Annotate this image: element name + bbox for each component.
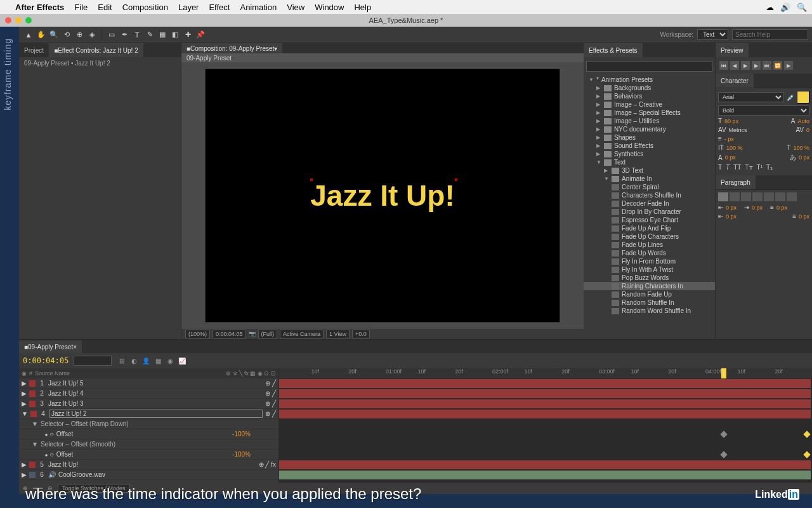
graph-editor-icon[interactable]: 📈 <box>177 356 187 366</box>
clone-tool-icon[interactable]: ▦ <box>157 29 168 41</box>
tree-preset[interactable]: Pop Buzz Words <box>584 274 715 282</box>
bold-button[interactable]: T <box>718 164 722 171</box>
draft-3d-icon[interactable]: ◐ <box>129 356 139 366</box>
loop-button[interactable]: 🔁 <box>773 61 782 70</box>
justify-last-left-button[interactable] <box>752 192 763 201</box>
layer-row[interactable]: ▶2Jazz It Up! 4⊕ ╱ <box>19 389 278 399</box>
layer-property-group[interactable]: ▼Selector – Offset (Ramp Down) <box>19 419 278 429</box>
effects-search-input[interactable] <box>586 61 712 72</box>
property-value[interactable]: -100% <box>232 431 276 438</box>
subscript-button[interactable]: T₁ <box>766 164 773 171</box>
layer-bar[interactable] <box>279 389 811 398</box>
layer-row[interactable]: ▶1Jazz It Up! 5⊕ ╱ <box>19 378 278 389</box>
puppet-tool-icon[interactable]: 📌 <box>195 29 206 41</box>
exposure-value[interactable]: +0.0 <box>352 330 370 338</box>
motion-blur-icon[interactable]: ◉ <box>165 356 175 366</box>
tab-composition[interactable]: ■ Composition: 09-Apply Preset ▾ <box>181 43 282 53</box>
tree-preset[interactable]: Fade Up Words <box>584 249 715 257</box>
keyframe[interactable] <box>721 431 728 438</box>
superscript-button[interactable]: T¹ <box>757 164 763 171</box>
keyframe[interactable] <box>803 451 810 458</box>
italic-button[interactable]: T <box>726 164 730 171</box>
justify-last-right-button[interactable] <box>775 192 785 201</box>
layer-row[interactable]: ▶5Jazz It Up!⊕ ╱ fx <box>19 460 278 470</box>
align-right-button[interactable] <box>741 192 751 201</box>
font-style-select[interactable]: Bold <box>718 105 809 116</box>
tree-folder[interactable]: ▶3D Text <box>584 166 715 175</box>
first-frame-button[interactable]: ⏮ <box>719 61 728 70</box>
volume-icon[interactable]: 🔊 <box>780 3 790 12</box>
indent-left[interactable]: 0 px <box>726 204 737 211</box>
tree-preset[interactable]: Fade Up Lines <box>584 241 715 249</box>
tree-preset[interactable]: Drop In By Character <box>584 208 715 216</box>
justify-all-button[interactable] <box>787 192 797 201</box>
rectangle-tool-icon[interactable]: ▭ <box>106 29 117 41</box>
align-center-button[interactable] <box>730 192 740 201</box>
menu-effect[interactable]: Effect <box>209 3 230 12</box>
rotation-tool-icon[interactable]: ⟲ <box>61 29 72 41</box>
viewer-text-layer[interactable]: Jazz It Up! <box>310 178 454 213</box>
tree-folder[interactable]: ▶Backgrounds <box>584 84 715 92</box>
justify-last-center-button[interactable] <box>764 192 774 201</box>
tree-folder[interactable]: ▶Image – Special Effects <box>584 109 715 117</box>
allcaps-button[interactable]: TT <box>733 164 741 171</box>
tree-folder[interactable]: ▶Synthetics <box>584 150 715 158</box>
tab-project[interactable]: Project <box>19 43 49 57</box>
font-size-value[interactable]: 80 px <box>724 118 738 124</box>
zoom-tool-icon[interactable]: 🔍 <box>48 29 60 41</box>
resolution-dropdown[interactable]: (Full) <box>258 330 278 338</box>
tree-folder-text[interactable]: ▼Text <box>584 158 715 166</box>
kerning-value[interactable]: Metrics <box>729 127 747 133</box>
tracking-value[interactable]: 0 <box>806 127 809 133</box>
brush-tool-icon[interactable]: ✎ <box>144 29 155 41</box>
menu-window[interactable]: Window <box>315 3 344 12</box>
camera-tool-icon[interactable]: ⊕ <box>74 29 85 41</box>
tree-folder[interactable]: ▶NYC documentary <box>584 125 715 133</box>
selection-tool-icon[interactable]: ▲ <box>23 29 34 41</box>
pan-behind-tool-icon[interactable]: ◈ <box>86 29 98 41</box>
tree-preset[interactable]: Random Word Shuffle In <box>584 307 715 315</box>
tree-preset[interactable]: Characters Shuffle In <box>584 191 715 199</box>
tab-effects-presets[interactable]: Effects & Presets <box>584 43 643 57</box>
eraser-tool-icon[interactable]: ◧ <box>169 29 181 41</box>
layer-property-group[interactable]: ▼Selector – Offset (Smooth) <box>19 439 278 450</box>
comp-mini-flowchart-icon[interactable]: ⊞ <box>117 356 127 366</box>
workspace-select[interactable]: Text <box>697 29 728 40</box>
magnification-dropdown[interactable]: (100%) <box>185 330 210 338</box>
layer-bar[interactable] <box>279 379 811 388</box>
tab-preview[interactable]: Preview <box>716 43 749 57</box>
tree-preset[interactable]: Center Spiral <box>584 183 715 191</box>
snapshot-icon[interactable]: 📷 <box>249 331 256 337</box>
tree-folder[interactable]: ▶Image – Creative <box>584 100 715 109</box>
tree-preset[interactable]: Fade Up Characters <box>584 232 715 241</box>
tree-preset[interactable]: Fly In With A Twist <box>584 265 715 274</box>
tree-folder[interactable]: ▶Image – Utilities <box>584 117 715 125</box>
stroke-width[interactable]: - px <box>724 136 734 142</box>
spotlight-icon[interactable]: 🔍 <box>797 3 807 12</box>
layer-row[interactable]: ▶6🔊CoolGroove.wav <box>19 470 278 480</box>
roto-tool-icon[interactable]: ✚ <box>182 29 193 41</box>
align-left-button[interactable] <box>718 192 728 201</box>
tree-folder-animate-in[interactable]: ▼Animate In <box>584 175 715 183</box>
property-value[interactable]: -100% <box>232 451 276 458</box>
effects-tree[interactable]: ▼*Animation Presets ▶Backgrounds ▶Behavi… <box>584 74 715 339</box>
tree-preset[interactable]: Fly In From Bottom <box>584 257 715 265</box>
tree-folder[interactable]: ▶Sound Effects <box>584 142 715 150</box>
menu-help[interactable]: Help <box>354 3 371 12</box>
shy-icon[interactable]: 👤 <box>141 356 151 366</box>
tree-folder[interactable]: ▶Behaviors <box>584 92 715 100</box>
tree-preset-selected[interactable]: Raining Characters In <box>584 282 715 290</box>
tree-root[interactable]: ▼*Animation Presets <box>584 76 715 84</box>
layer-property[interactable]: ⬥ ⟳Offset-100% <box>19 429 278 439</box>
tab-character[interactable]: Character <box>716 74 754 88</box>
zoom-button[interactable] <box>25 17 32 23</box>
vscale-value[interactable]: 100 % <box>726 145 743 151</box>
views-dropdown[interactable]: 1 View <box>326 330 350 338</box>
menu-layer[interactable]: Layer <box>178 3 199 12</box>
tree-preset[interactable]: Random Shuffle In <box>584 298 715 307</box>
search-help-input[interactable] <box>732 29 808 40</box>
camera-dropdown[interactable]: Active Camera <box>280 330 324 338</box>
tab-paragraph[interactable]: Paragraph <box>716 175 756 189</box>
layer-row-selected[interactable]: ▼4Jazz It Up! 2⊕ ╱ <box>19 409 278 419</box>
app-name[interactable]: After Effects <box>15 3 64 12</box>
